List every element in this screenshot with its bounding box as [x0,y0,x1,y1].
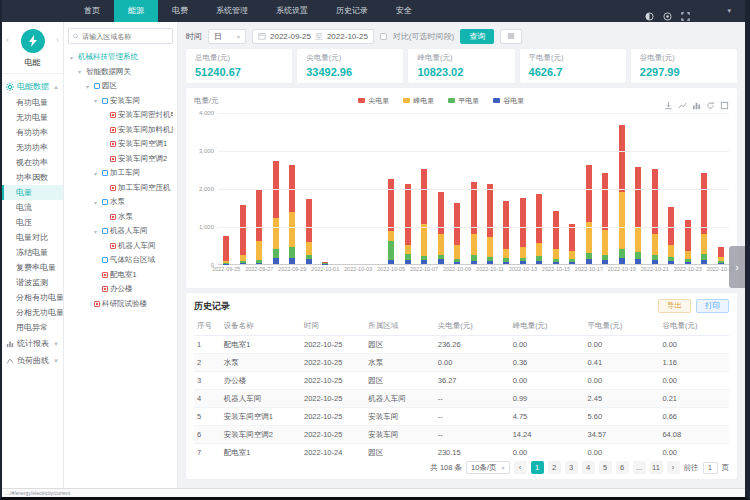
table-cell: 0.00 [659,372,729,390]
tree-node[interactable]: ▾安装车间 [68,94,173,109]
tree-node[interactable]: 气体站台区域 [68,253,173,268]
expand-icon[interactable]: ▼ [53,358,59,364]
bar-chart-icon[interactable] [692,96,701,105]
nav-tab-能源[interactable]: 能源 [114,0,158,22]
caret-down-icon[interactable]: ▾ [94,228,100,235]
menu-item-冻结电量[interactable]: 冻结电量 [2,245,63,260]
prev-page-button[interactable]: ‹ [514,461,527,474]
table-row[interactable]: 3办公楼2022-10-25园区36.270.000.000.00 [194,372,729,390]
nav-tab-系统设置[interactable]: 系统设置 [262,0,322,22]
collapse-icon[interactable]: ▲ [53,84,59,90]
menu-item-有功功率[interactable]: 有功功率 [2,125,63,140]
nav-tab-电费[interactable]: 电费 [158,0,202,22]
menu-item-电量[interactable]: 电量 [2,185,63,200]
menu-item-功率因数[interactable]: 功率因数 [2,170,63,185]
caret-down-icon[interactable]: ▾ [86,83,92,90]
legend-item-谷电量[interactable]: 谷电量 [493,96,524,106]
print-button[interactable]: 打印 [696,299,729,313]
caret-down-icon[interactable]: ▾ [94,97,100,104]
table-row[interactable]: 2水泵2022-10-25水泵0.000.360.411.16 [194,354,729,372]
caret-down-icon[interactable]: ▾ [78,68,84,75]
goto-page-input[interactable] [703,462,718,474]
menu-item-电流[interactable]: 电流 [2,200,63,215]
fullscreen-icon[interactable] [681,7,690,16]
page-button-3[interactable]: 3 [565,461,578,474]
menu-section-load[interactable]: 负荷曲线 ▼ [2,352,63,369]
menu-item-视在功率[interactable]: 视在功率 [2,155,63,170]
tree-node[interactable]: ▾机械科技管理系统 [68,50,173,65]
tree-node[interactable]: 安装车间密封机电表 [68,108,173,123]
legend-item-平电量[interactable]: 平电量 [448,96,479,106]
menu-item-复费率电量[interactable]: 复费率电量 [2,260,63,275]
legend-item-尖电量[interactable]: 尖电量 [358,96,389,106]
tree-node[interactable]: 水泵 [68,210,173,225]
theme-icon[interactable] [645,7,654,16]
tree-node[interactable]: 安装车间加料机房 [68,123,173,138]
tree-node[interactable]: 安装车间空调1 [68,137,173,152]
page-button-6[interactable]: 6 [616,461,629,474]
export-button[interactable]: 导出 [658,299,691,313]
tree-node[interactable]: ▾水泵 [68,195,173,210]
tree-node[interactable]: 办公楼 [68,282,173,297]
module-prev-icon[interactable]: ‹ [6,35,9,45]
expand-icon[interactable]: ▼ [53,341,59,347]
compare-checkbox[interactable] [380,33,387,40]
module-next-icon[interactable]: › [56,35,59,45]
page-button-11[interactable]: 11 [650,461,663,474]
date-range-picker[interactable]: 2022-09-25 至 2022-10-25 [252,29,374,44]
tree-node[interactable]: ▾加工车间 [68,166,173,181]
menu-item-无功功率[interactable]: 无功功率 [2,140,63,155]
nav-tab-首页[interactable]: 首页 [70,0,114,22]
page-button-4[interactable]: 4 [582,461,595,474]
query-button[interactable]: 查询 [460,29,494,44]
page-button-5[interactable]: 5 [599,461,612,474]
table-cell: 机器人车间 [221,390,301,408]
view-toggle-button[interactable] [500,29,522,44]
menu-item-电压[interactable]: 电压 [2,215,63,230]
caret-down-icon[interactable]: ▾ [94,199,100,206]
line-chart-icon[interactable] [678,96,687,105]
tree-node[interactable]: ▾园区 [68,79,173,94]
menu-item-无功电量[interactable]: 无功电量 [2,110,63,125]
menu-item-谐波监测[interactable]: 谐波监测 [2,275,63,290]
page-size-select[interactable]: 10条/页 ▾ [466,461,509,474]
menu-section-data[interactable]: 电能数据 ▲ [2,78,63,95]
navbar-caret-icon[interactable]: ▾ [727,7,731,15]
page-button-2[interactable]: 2 [548,461,561,474]
tree-node[interactable]: 机器人车间 [68,239,173,254]
table-row[interactable]: 7配电室12022-10-24园区230.150.000.000.00 [194,444,729,459]
menu-item-用电异常[interactable]: 用电异常 [2,320,63,335]
energy-module-icon[interactable] [21,29,45,53]
nav-tab-历史记录[interactable]: 历史记录 [322,0,382,22]
table-row[interactable]: 5安装车间空调12022-10-25安装车间--4.755.600.66 [194,408,729,426]
tree-node[interactable]: 安装车间空调2 [68,152,173,167]
tree-node[interactable]: 配电室1 [68,268,173,283]
tree-node[interactable]: 科研院试验楼 [68,297,173,312]
save-image-icon[interactable] [720,96,729,105]
collapse-panel-button[interactable]: › [729,246,745,288]
legend-item-峰电量[interactable]: 峰电量 [403,96,434,106]
tree-search-input[interactable] [82,33,168,40]
menu-item-分相有功电量[interactable]: 分相有功电量 [2,290,63,305]
menu-section-report[interactable]: 统计报表 ▼ [2,335,63,352]
menu-item-有功电量[interactable]: 有功电量 [2,95,63,110]
table-row[interactable]: 1配电室12022-10-25园区236.260.000.000.00 [194,336,729,354]
nav-tab-系统管理[interactable]: 系统管理 [202,0,262,22]
help-icon[interactable] [663,7,672,16]
bar-segment-平电量 [273,249,279,259]
tree-node[interactable]: 加工车间空压机 [68,181,173,196]
tree-node[interactable]: ▾机器人车间 [68,224,173,239]
tree-node[interactable]: ▾智能数据网关 [68,65,173,80]
menu-item-分相无功电量[interactable]: 分相无功电量 [2,305,63,320]
period-select[interactable]: 日 ▾ [208,29,246,44]
nav-tab-安全[interactable]: 安全 [382,0,426,22]
menu-item-电量对比[interactable]: 电量对比 [2,230,63,245]
table-row[interactable]: 6安装车间空调22022-10-25安装车间--14.2434.5764.08 [194,426,729,444]
table-row[interactable]: 4机器人车间2022-10-25机器人车间--0.992.450.21 [194,390,729,408]
page-button-1[interactable]: 1 [531,461,544,474]
caret-down-icon[interactable]: ▾ [70,54,76,61]
next-page-button[interactable]: › [667,461,680,474]
restore-icon[interactable] [706,96,715,105]
download-icon[interactable] [664,96,673,105]
caret-down-icon[interactable]: ▾ [94,170,100,177]
